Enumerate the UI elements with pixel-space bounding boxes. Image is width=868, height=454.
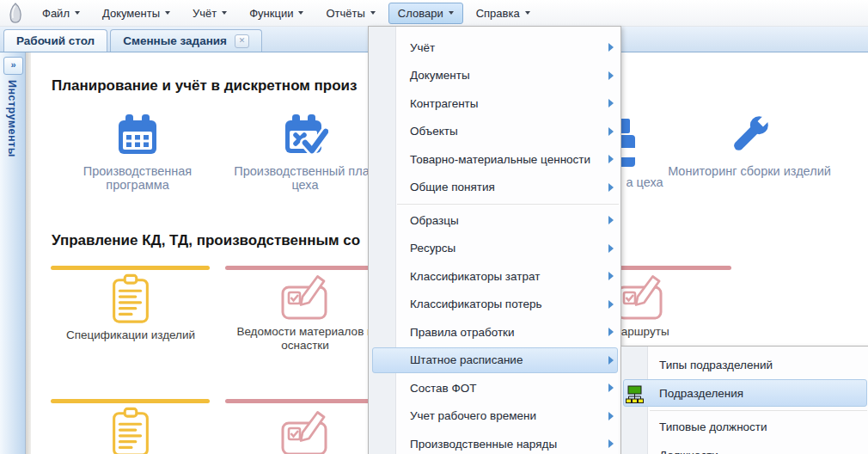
submenu-arrow-icon	[608, 127, 614, 136]
dropdown-item-label: Классификаторы затрат	[410, 270, 540, 283]
dropdown-item[interactable]: Общие понятия	[369, 174, 620, 202]
chevron-down-icon	[298, 11, 303, 15]
menubar-item-label: Документы	[102, 7, 160, 20]
submenu-arrow-icon	[608, 412, 614, 420]
dropdown-item[interactable]: Штатное расписание	[369, 347, 620, 375]
submenu-arrow-icon	[608, 244, 614, 253]
dropdown-item-label: Учёт	[410, 41, 435, 54]
expand-sidebar-button[interactable]: »	[3, 57, 23, 75]
submenu-item[interactable]: Типы подразделений	[621, 351, 868, 379]
submenu-arrow-icon	[608, 439, 614, 448]
dropdown-item[interactable]: Правила отработки	[369, 318, 620, 347]
submenu-arrow-icon	[608, 356, 614, 365]
submenu-arrow-icon	[608, 155, 614, 163]
sidebar-gap	[26, 52, 31, 454]
desktop-item-shop-plan[interactable]: Производственный план цеха	[223, 112, 387, 192]
dropdown-item[interactable]: Классификаторы затрат	[369, 262, 620, 291]
submenu-item-label: Подразделения	[659, 387, 743, 400]
menubar-item[interactable]: Отчёты	[316, 3, 384, 24]
chevron-down-icon	[165, 11, 170, 15]
section-title-management: Управление КД, ТД, производственным со	[52, 232, 360, 249]
submenu-item-label: Типы подразделений	[659, 359, 773, 371]
menubar-item[interactable]: Документы	[93, 3, 180, 24]
desktop-item-specifications[interactable]: Спецификации изделий	[49, 273, 212, 342]
menubar-item[interactable]: Справка	[467, 3, 540, 24]
calendar-check-icon	[282, 112, 328, 158]
menubar-item-label: Справка	[476, 7, 520, 20]
dropdown-item-label: Состав ФОТ	[410, 382, 476, 395]
dropdown-item[interactable]: Производственные наряды	[369, 430, 620, 454]
menubar-item-label: Файл	[42, 7, 70, 20]
menubar-item[interactable]: Словари	[388, 3, 463, 24]
submenu-arrow-icon	[608, 383, 614, 392]
dropdown-item-label: Правила отработки	[410, 326, 515, 339]
dropdown-item-label: Контрагенты	[410, 97, 479, 110]
desktop-item-partial-clipboard[interactable]	[49, 407, 212, 454]
dropdown-item[interactable]: Контрагенты	[369, 89, 620, 118]
tab[interactable]: Рабочий стол	[3, 29, 107, 52]
desktop-item-production-program[interactable]: Производственная программа	[56, 112, 219, 192]
submenu-arrow-icon	[608, 216, 614, 224]
submenu-arrow-icon	[608, 300, 614, 309]
desktop-item-label: Производственный план цеха	[223, 164, 387, 192]
close-icon[interactable]: ✕	[235, 34, 249, 48]
submenu-arrow-icon	[608, 272, 614, 280]
dropdown-item[interactable]: Состав ФОТ	[369, 374, 620, 402]
menubar-item[interactable]: Учёт	[183, 3, 236, 24]
menubar-item-label: Словари	[398, 7, 443, 20]
dropdown-item[interactable]: Товарно-материальные ценности	[369, 145, 620, 174]
submenu-arrow-icon	[608, 328, 614, 336]
dropdown-item-label: Объекты	[410, 125, 458, 138]
submenu-item[interactable]: Подразделения	[621, 379, 868, 408]
tab-label: Сменные задания	[123, 34, 227, 47]
dropdown-item[interactable]: Классификаторы потерь	[369, 291, 620, 319]
desktop-item-label: Ведомости материалов и оснастки	[223, 325, 387, 353]
dropdown-item-label: Учет рабочего времени	[410, 409, 536, 422]
calendar-grid-icon	[114, 112, 161, 158]
org-chart-icon	[625, 384, 644, 403]
menubar-item[interactable]: Файл	[33, 3, 89, 24]
item-accent-bar	[225, 266, 384, 270]
dropdown-menu-dictionaries: Учёт Документы Контрагенты Объекты Товар…	[368, 26, 621, 454]
app-window: Файл Документы Учёт Функции Отчёты Слова…	[0, 0, 868, 454]
chevron-down-icon	[222, 11, 227, 15]
desktop-item-partial-card[interactable]	[223, 409, 387, 454]
dropdown-item[interactable]: Образцы	[369, 206, 620, 235]
card-pen-icon	[615, 273, 665, 322]
dropdown-item-label: Товарно-материальные ценности	[410, 153, 590, 166]
menubar-item-label: Функции	[249, 7, 293, 20]
dropdown-item-label: Общие понятия	[410, 181, 495, 193]
dropdown-item[interactable]: Учёт	[369, 34, 620, 62]
item-accent-bar	[51, 266, 210, 270]
desktop-item-label: Мониторинг сборки изделий	[668, 164, 831, 178]
chevron-down-icon	[449, 11, 454, 15]
menu-items: Файл Документы Учёт Функции Отчёты Слова…	[33, 3, 543, 24]
sidebar-title: Инструменты	[6, 80, 18, 157]
chevron-down-icon	[525, 11, 530, 15]
dropdown-item[interactable]: Объекты	[369, 118, 620, 146]
submenu-arrow-icon	[608, 99, 614, 107]
menubar-item-label: Учёт	[193, 7, 217, 20]
submenu-staff-schedule: Типы подразделений Подразделения Типовые…	[620, 346, 868, 454]
dropdown-item-label: Образцы	[410, 214, 459, 227]
dropdown-item[interactable]: Учет рабочего времени	[369, 402, 620, 431]
dropdown-item-label: Документы	[410, 69, 470, 82]
submenu-item-label: Должности	[659, 449, 718, 454]
chevron-down-icon	[370, 11, 376, 15]
desktop-item-assembly-monitoring[interactable]: Мониторинг сборки изделий	[668, 112, 831, 178]
dropdown-item[interactable]: Ресурсы	[369, 235, 620, 263]
chevron-down-icon	[75, 11, 80, 15]
dropdown-item[interactable]: Документы	[369, 62, 620, 90]
menu-bar: Файл Документы Учёт Функции Отчёты Слова…	[0, 0, 868, 27]
menubar-item[interactable]: Функции	[240, 3, 313, 24]
tab[interactable]: Сменные задания ✕	[110, 29, 262, 52]
card-pen-icon	[280, 409, 330, 454]
desktop-item-label: Производственная программа	[56, 164, 219, 192]
submenu-item[interactable]: Должности	[621, 441, 868, 454]
desktop-item-material-lists[interactable]: Ведомости материалов и оснастки	[223, 273, 387, 353]
wrench-icon	[726, 112, 773, 158]
dropdown-item-label: Производственные наряды	[410, 438, 557, 451]
sidebar-tools[interactable]: » Инструменты	[0, 52, 26, 454]
submenu-arrow-icon	[608, 71, 614, 80]
submenu-item[interactable]: Типовые должности	[621, 413, 868, 441]
